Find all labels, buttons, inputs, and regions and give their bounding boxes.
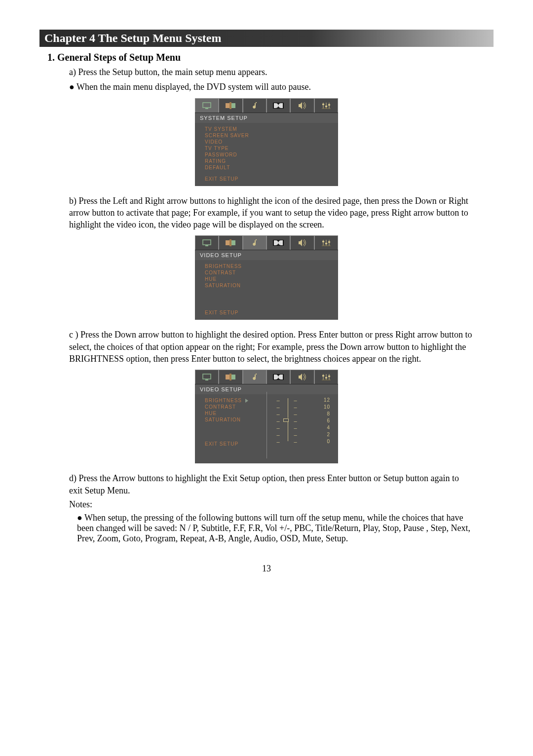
setup-tabs — [195, 235, 338, 250]
notes-label: Notes: — [69, 499, 494, 510]
svg-rect-4 — [231, 103, 235, 108]
equalizer-icon — [314, 98, 338, 113]
svg-rect-27 — [205, 379, 208, 380]
menu-item: SATURATION — [205, 416, 264, 423]
dolby-icon — [266, 370, 290, 384]
step-b: b) Press the Left and Right arrow button… — [69, 195, 474, 231]
speaker-icon — [290, 370, 314, 384]
svg-rect-26 — [203, 374, 211, 379]
monitor-icon — [195, 370, 219, 384]
monitor-icon — [195, 235, 219, 250]
language-icon — [219, 235, 242, 250]
svg-rect-36 — [325, 377, 327, 378]
dolby-icon — [266, 98, 290, 113]
svg-rect-28 — [226, 375, 230, 379]
svg-rect-22 — [322, 241, 324, 242]
svg-rect-23 — [325, 243, 327, 244]
note-icon — [243, 98, 266, 113]
menu-item: SATURATION — [205, 282, 330, 289]
language-icon — [219, 98, 242, 113]
equalizer-icon — [314, 370, 338, 384]
note-icon — [243, 370, 266, 384]
menu-item: CONTRAST — [205, 269, 330, 276]
chapter-title: Chapter 4 The Setup Menu System — [39, 30, 494, 47]
svg-rect-2 — [226, 103, 230, 108]
menu-item: TV TYPE — [205, 145, 330, 151]
dolby-icon — [266, 235, 290, 250]
setup-screenshot-video: VIDEO SETUP BRIGHTNESS CONTRAST HUE SATU… — [195, 235, 338, 320]
menu-item-selected: BRIGHTNESS — [205, 397, 264, 404]
menu-item: PASSWORD — [205, 151, 330, 158]
menu-item: RATING — [205, 158, 330, 164]
exit-setup: EXIT SETUP — [205, 176, 330, 182]
svg-rect-10 — [325, 106, 327, 107]
svg-rect-15 — [226, 240, 230, 245]
menu-item: BRIGHTNESS — [205, 263, 330, 269]
menu-item: HUE — [205, 276, 330, 282]
notes-bullet: ● When setup, the pressing of the follow… — [77, 513, 474, 544]
step-c: c ) Press the Down arrow button to highl… — [69, 329, 474, 365]
svg-rect-1 — [205, 108, 208, 109]
setup-list: BRIGHTNESS CONTRAST HUE SATURATION EXIT … — [195, 394, 272, 451]
svg-rect-11 — [328, 104, 330, 106]
chevron-right-icon — [245, 399, 249, 403]
svg-rect-37 — [328, 376, 330, 377]
section-title: 1. General Steps of Setup Menu — [47, 52, 494, 63]
svg-rect-3 — [229, 102, 231, 109]
monitor-icon — [195, 98, 219, 113]
page-number: 13 — [39, 564, 494, 574]
svg-rect-24 — [328, 241, 330, 243]
menu-item: DEFAULT — [205, 164, 330, 171]
menu-item: VIDEO — [205, 139, 330, 145]
equalizer-icon — [314, 235, 338, 250]
exit-setup: EXIT SETUP — [205, 309, 330, 316]
step-d: d) Press the Arrow buttons to highlight … — [69, 472, 474, 496]
divider — [266, 392, 267, 458]
svg-rect-35 — [322, 375, 324, 377]
scale-values: 12 10 8 6 4 2 0 — [320, 397, 330, 445]
scale-stem-bottom — [288, 421, 288, 441]
scale-minus-col: ––––––– — [276, 397, 280, 445]
svg-rect-9 — [322, 104, 324, 105]
svg-rect-17 — [231, 240, 235, 245]
setup-list: BRIGHTNESS CONTRAST HUE SATURATION EXIT … — [195, 260, 338, 320]
setup-screenshot-brightness: VIDEO SETUP BRIGHTNESS CONTRAST HUE SATU… — [195, 370, 338, 463]
step-a-bullet: ● When the main menu displayed, the DVD … — [69, 81, 474, 93]
svg-rect-13 — [203, 240, 211, 245]
scale-minus-col: ––––––– — [294, 397, 298, 445]
language-icon — [219, 370, 242, 384]
svg-rect-29 — [229, 374, 231, 380]
speaker-icon — [290, 235, 314, 250]
svg-rect-16 — [229, 239, 231, 246]
menu-item: TV SYSTEM — [205, 126, 330, 132]
setup-list: TV SYSTEM SCREEN SAVER VIDEO TV TYPE PAS… — [195, 123, 338, 186]
setup-header: VIDEO SETUP — [195, 250, 338, 260]
menu-item: SCREEN SAVER — [205, 132, 330, 139]
note-icon — [243, 235, 266, 250]
svg-rect-14 — [205, 245, 208, 246]
scale-stem-top — [288, 398, 288, 418]
speaker-icon — [290, 98, 314, 113]
exit-setup: EXIT SETUP — [205, 441, 264, 447]
step-a: a) Press the Setup button, the main setu… — [69, 66, 474, 78]
setup-tabs — [195, 98, 338, 113]
setup-header: SYSTEM SETUP — [195, 113, 338, 123]
svg-rect-0 — [203, 103, 211, 108]
menu-item: CONTRAST — [205, 404, 264, 410]
setup-tabs — [195, 370, 338, 384]
setup-screenshot-system: SYSTEM SETUP TV SYSTEM SCREEN SAVER VIDE… — [195, 98, 338, 186]
svg-rect-30 — [231, 375, 235, 379]
menu-item: HUE — [205, 410, 264, 416]
